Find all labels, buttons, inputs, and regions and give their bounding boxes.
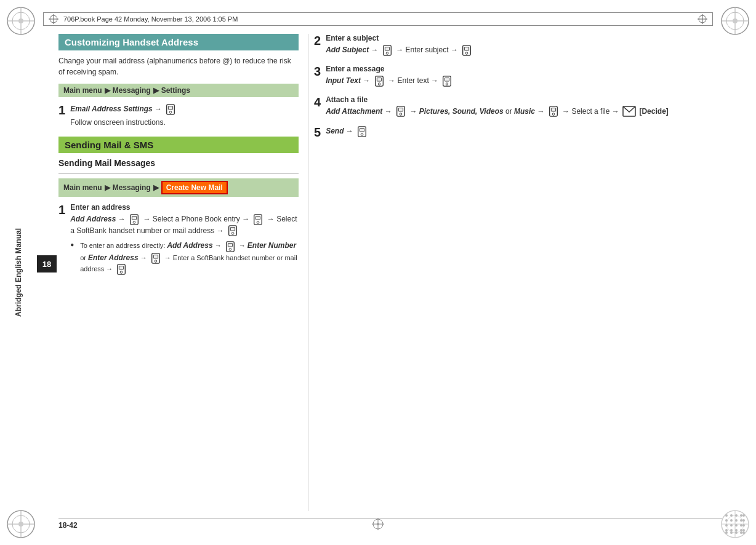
svg-point-27 [740,519,742,522]
phone-icon-13 [548,106,559,117]
svg-rect-84 [398,108,403,111]
nav-arrow-1b: ▶ [153,86,159,95]
page-number-box: 18 [37,255,57,272]
section-header-sending: Sending Mail & SMS [58,137,299,153]
bottom-crosshair-icon [372,518,384,530]
svg-point-43 [742,531,745,534]
svg-rect-54 [132,216,136,219]
left-column: Customizing Handset Address Change your … [58,34,299,511]
step-enter-address-content: Enter an address Add Address → → Select … [70,203,299,275]
step-left-1: 1 Email Address Settings → Follow onscre… [58,103,299,128]
svg-point-30 [730,524,733,527]
bullet-menu1: Add Address [167,241,212,250]
nav-arrow-2b: ▶ [153,183,159,192]
svg-point-35 [730,529,733,531]
step-left-1-body: Email Address Settings → [70,103,299,115]
svg-point-64 [229,248,231,250]
svg-point-26 [735,519,738,522]
step-subject-menu: Add Subject [326,46,369,54]
step-attach-body2-text: → Select a file → [562,107,619,116]
phone-icon-5 [225,241,236,252]
step-attach-options: Pictures, Sound, Videos [419,107,504,116]
step-left-1-content: Email Address Settings → Follow onscreen… [70,103,299,128]
svg-point-4 [18,18,23,23]
phone-icon-12 [395,106,406,117]
page-footer: 18-42 [58,521,78,530]
bullet-arr2: → [140,254,149,261]
phone-icon-11 [441,76,452,87]
step-send-num: 5 [314,125,321,139]
svg-point-33 [742,524,745,527]
svg-point-23 [742,514,745,517]
step-attach-menu: Add Attachment [326,107,382,116]
svg-point-31 [735,524,738,527]
svg-point-19 [725,514,728,517]
svg-point-32 [740,524,742,527]
svg-rect-75 [465,47,469,50]
nav-messaging-2: Messaging [113,183,151,192]
svg-point-55 [133,221,135,223]
svg-point-22 [740,514,742,517]
step-message-body: Input Text → → Enter text → [326,75,722,87]
step-send-content: Send → [326,125,722,137]
step-enter-address-body-text: → Select a Phone Book entry → [143,215,251,223]
svg-point-41 [735,531,738,534]
step-enter-address-arr: → [118,215,127,223]
page-number: 18 [42,260,51,269]
step-attach-body: Add Attachment → → Pictures, Sound, Vide… [326,106,722,117]
svg-rect-81 [445,78,449,81]
corner-decoration-br [719,508,751,540]
envelope-icon-decide [622,106,636,117]
corner-decoration-bl [5,508,37,540]
step-attach-content: Attach a file Add Attachment → → Picture… [326,95,722,117]
svg-point-70 [121,271,123,273]
svg-point-82 [446,82,449,85]
step-subject-body-text: → Enter subject → [396,46,458,54]
step-message-content: Enter a message Input Text → → Enter tex… [326,65,722,87]
step-left-1-num: 1 [58,103,65,117]
svg-point-76 [465,52,468,55]
crosshair-left-icon [49,14,58,24]
bullet-body1: → [239,242,246,249]
phone-icon-14 [356,126,368,137]
svg-rect-51 [169,106,173,109]
svg-rect-69 [119,266,124,269]
divider-sending [58,173,299,173]
phone-icon-3 [252,214,263,225]
nav-messaging-1: Messaging [113,86,151,95]
step-send-menu: Send [326,127,344,135]
svg-rect-66 [153,255,158,258]
top-bar: 706P.book Page 42 Monday, November 13, 2… [43,12,713,26]
phone-icon-2 [129,214,140,225]
section-header-sending-text: Sending Mail & SMS [65,140,153,150]
svg-rect-78 [377,78,381,81]
step-subject-num: 2 [314,34,321,47]
step-attach-music: Music [514,107,535,116]
bottom-divider [58,519,722,519]
step-left-1-menu: Email Address Settings [70,105,153,113]
step-enter-address: 1 Enter an address Add Address → → Selec… [58,203,299,275]
phone-icon-10 [374,76,385,87]
step-send: 5 Send → [314,125,722,139]
step-enter-address-menu: Add Address [70,215,116,223]
nav-main-menu-1: Main menu [63,86,102,95]
corner-decoration-tl [5,5,37,37]
svg-point-20 [730,514,733,517]
step-attach-body-text: → [409,107,417,116]
step-enter-address-title: Enter an address [70,203,299,212]
svg-point-28 [742,519,745,522]
step-attach-decide: [Decide] [639,107,668,116]
svg-point-58 [257,221,260,223]
main-content: Customizing Handset Address Change your … [58,34,722,511]
svg-point-25 [730,519,733,522]
svg-point-88 [552,113,555,116]
step-send-arr: → [346,127,353,135]
svg-point-29 [725,524,728,527]
bullet-menu3: Enter Address [88,253,139,262]
step-attach-title: Attach a file [326,95,722,104]
step-message-menu: Input Text [326,76,361,85]
svg-point-37 [740,529,742,531]
nav-create-new-mail: Create New Mail [161,181,228,194]
svg-point-67 [155,260,157,262]
section-header-customizing: Customizing Handset Address [58,34,299,50]
